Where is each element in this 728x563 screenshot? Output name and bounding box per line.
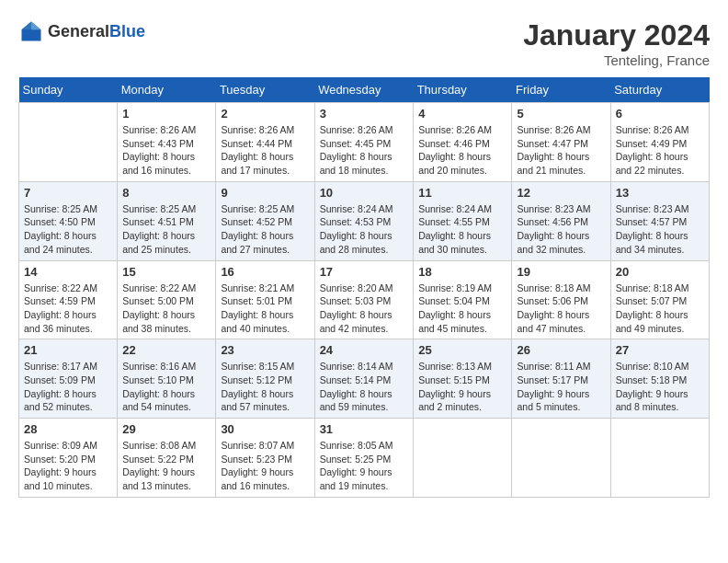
logo-text-blue: Blue	[109, 22, 145, 40]
day-info: Sunrise: 8:19 AM Sunset: 5:04 PM Dayligh…	[418, 282, 506, 336]
day-number: 28	[24, 422, 112, 436]
day-number: 12	[517, 186, 605, 200]
day-info: Sunrise: 8:11 AM Sunset: 5:17 PM Dayligh…	[517, 360, 605, 414]
day-number: 1	[122, 107, 210, 121]
day-info: Sunrise: 8:18 AM Sunset: 5:06 PM Dayligh…	[517, 282, 605, 336]
day-info: Sunrise: 8:25 AM Sunset: 4:52 PM Dayligh…	[221, 202, 309, 257]
calendar-cell: 23Sunrise: 8:15 AM Sunset: 5:12 PM Dayli…	[216, 339, 314, 419]
day-number: 25	[418, 343, 506, 357]
day-number: 26	[517, 343, 605, 357]
location-title: Tenteling, France	[523, 52, 710, 68]
calendar-cell: 22Sunrise: 8:16 AM Sunset: 5:10 PM Dayli…	[118, 339, 216, 419]
day-number: 11	[418, 186, 506, 200]
calendar-cell: 6Sunrise: 8:26 AM Sunset: 4:49 PM Daylig…	[610, 103, 709, 182]
day-number: 5	[517, 107, 605, 121]
day-number: 20	[616, 265, 704, 279]
weekday-header: Thursday	[414, 77, 512, 103]
calendar-week-row: 28Sunrise: 8:09 AM Sunset: 5:20 PM Dayli…	[19, 419, 710, 498]
day-info: Sunrise: 8:26 AM Sunset: 4:45 PM Dayligh…	[320, 123, 409, 178]
day-info: Sunrise: 8:13 AM Sunset: 5:15 PM Dayligh…	[418, 360, 506, 414]
day-info: Sunrise: 8:09 AM Sunset: 5:20 PM Dayligh…	[24, 439, 112, 493]
day-number: 17	[320, 265, 409, 279]
calendar-cell: 15Sunrise: 8:22 AM Sunset: 5:00 PM Dayli…	[118, 260, 216, 339]
weekday-header: Monday	[118, 77, 216, 103]
day-info: Sunrise: 8:15 AM Sunset: 5:12 PM Dayligh…	[221, 360, 309, 414]
day-info: Sunrise: 8:25 AM Sunset: 4:51 PM Dayligh…	[122, 202, 210, 257]
calendar-cell: 28Sunrise: 8:09 AM Sunset: 5:20 PM Dayli…	[19, 419, 118, 498]
day-info: Sunrise: 8:16 AM Sunset: 5:10 PM Dayligh…	[122, 360, 210, 414]
calendar-cell: 9Sunrise: 8:25 AM Sunset: 4:52 PM Daylig…	[216, 181, 314, 260]
calendar-cell: 24Sunrise: 8:14 AM Sunset: 5:14 PM Dayli…	[314, 339, 414, 419]
calendar-cell: 26Sunrise: 8:11 AM Sunset: 5:17 PM Dayli…	[512, 339, 610, 419]
calendar-week-row: 14Sunrise: 8:22 AM Sunset: 4:59 PM Dayli…	[19, 260, 710, 339]
calendar-cell: 21Sunrise: 8:17 AM Sunset: 5:09 PM Dayli…	[19, 339, 118, 419]
day-info: Sunrise: 8:26 AM Sunset: 4:43 PM Dayligh…	[122, 123, 210, 178]
day-number: 21	[24, 343, 112, 357]
calendar-cell: 18Sunrise: 8:19 AM Sunset: 5:04 PM Dayli…	[414, 260, 512, 339]
calendar-table: SundayMondayTuesdayWednesdayThursdayFrid…	[18, 77, 710, 498]
calendar-cell: 7Sunrise: 8:25 AM Sunset: 4:50 PM Daylig…	[19, 181, 118, 260]
day-number: 3	[320, 107, 409, 121]
svg-marker-1	[31, 22, 41, 30]
calendar-cell: 19Sunrise: 8:18 AM Sunset: 5:06 PM Dayli…	[512, 260, 610, 339]
calendar-week-row: 7Sunrise: 8:25 AM Sunset: 4:50 PM Daylig…	[19, 181, 710, 260]
calendar-cell: 2Sunrise: 8:26 AM Sunset: 4:44 PM Daylig…	[216, 103, 314, 182]
day-info: Sunrise: 8:10 AM Sunset: 5:18 PM Dayligh…	[616, 360, 704, 414]
day-info: Sunrise: 8:26 AM Sunset: 4:44 PM Dayligh…	[221, 123, 309, 178]
day-number: 22	[122, 343, 210, 357]
day-number: 18	[418, 265, 506, 279]
day-number: 31	[320, 422, 409, 436]
calendar-cell: 10Sunrise: 8:24 AM Sunset: 4:53 PM Dayli…	[314, 181, 414, 260]
day-info: Sunrise: 8:24 AM Sunset: 4:55 PM Dayligh…	[418, 202, 506, 257]
calendar-cell: 8Sunrise: 8:25 AM Sunset: 4:51 PM Daylig…	[118, 181, 216, 260]
day-number: 30	[221, 422, 309, 436]
day-number: 16	[221, 265, 309, 279]
calendar-cell: 29Sunrise: 8:08 AM Sunset: 5:22 PM Dayli…	[118, 419, 216, 498]
day-number: 23	[221, 343, 309, 357]
day-info: Sunrise: 8:14 AM Sunset: 5:14 PM Dayligh…	[320, 360, 409, 414]
day-info: Sunrise: 8:05 AM Sunset: 5:25 PM Dayligh…	[320, 439, 409, 493]
calendar-week-row: 21Sunrise: 8:17 AM Sunset: 5:09 PM Dayli…	[19, 339, 710, 419]
calendar-cell: 25Sunrise: 8:13 AM Sunset: 5:15 PM Dayli…	[414, 339, 512, 419]
logo-text-general: General	[48, 22, 109, 40]
day-number: 4	[418, 107, 506, 121]
day-info: Sunrise: 8:25 AM Sunset: 4:50 PM Dayligh…	[24, 202, 112, 257]
calendar-cell	[19, 103, 118, 182]
weekday-header: Friday	[512, 77, 610, 103]
calendar-cell: 30Sunrise: 8:07 AM Sunset: 5:23 PM Dayli…	[216, 419, 314, 498]
day-info: Sunrise: 8:26 AM Sunset: 4:47 PM Dayligh…	[517, 123, 605, 178]
day-number: 14	[24, 265, 112, 279]
day-info: Sunrise: 8:23 AM Sunset: 4:57 PM Dayligh…	[616, 202, 704, 257]
day-info: Sunrise: 8:20 AM Sunset: 5:03 PM Dayligh…	[320, 282, 409, 336]
day-info: Sunrise: 8:08 AM Sunset: 5:22 PM Dayligh…	[122, 439, 210, 493]
day-number: 9	[221, 186, 309, 200]
calendar-cell: 20Sunrise: 8:18 AM Sunset: 5:07 PM Dayli…	[610, 260, 709, 339]
calendar-cell: 17Sunrise: 8:20 AM Sunset: 5:03 PM Dayli…	[314, 260, 414, 339]
day-number: 13	[616, 186, 704, 200]
logo: GeneralBlue	[18, 18, 145, 44]
day-number: 29	[122, 422, 210, 436]
calendar-cell	[414, 419, 512, 498]
day-info: Sunrise: 8:07 AM Sunset: 5:23 PM Dayligh…	[221, 439, 309, 493]
calendar-cell	[512, 419, 610, 498]
calendar-cell: 12Sunrise: 8:23 AM Sunset: 4:56 PM Dayli…	[512, 181, 610, 260]
day-info: Sunrise: 8:26 AM Sunset: 4:49 PM Dayligh…	[616, 123, 704, 178]
day-info: Sunrise: 8:23 AM Sunset: 4:56 PM Dayligh…	[517, 202, 605, 257]
day-info: Sunrise: 8:24 AM Sunset: 4:53 PM Dayligh…	[320, 202, 409, 257]
day-info: Sunrise: 8:21 AM Sunset: 5:01 PM Dayligh…	[221, 282, 309, 336]
day-number: 15	[122, 265, 210, 279]
page-header: GeneralBlue January 2024 Tenteling, Fran…	[18, 18, 710, 68]
calendar-week-row: 1Sunrise: 8:26 AM Sunset: 4:43 PM Daylig…	[19, 103, 710, 182]
calendar-cell: 3Sunrise: 8:26 AM Sunset: 4:45 PM Daylig…	[314, 103, 414, 182]
weekday-header: Sunday	[19, 77, 118, 103]
weekday-header-row: SundayMondayTuesdayWednesdayThursdayFrid…	[19, 77, 710, 103]
calendar-cell: 11Sunrise: 8:24 AM Sunset: 4:55 PM Dayli…	[414, 181, 512, 260]
day-info: Sunrise: 8:26 AM Sunset: 4:46 PM Dayligh…	[418, 123, 506, 178]
day-number: 6	[616, 107, 704, 121]
weekday-header: Wednesday	[314, 77, 414, 103]
day-number: 7	[24, 186, 112, 200]
calendar-cell: 5Sunrise: 8:26 AM Sunset: 4:47 PM Daylig…	[512, 103, 610, 182]
calendar-cell: 4Sunrise: 8:26 AM Sunset: 4:46 PM Daylig…	[414, 103, 512, 182]
weekday-header: Saturday	[610, 77, 709, 103]
day-number: 24	[320, 343, 409, 357]
